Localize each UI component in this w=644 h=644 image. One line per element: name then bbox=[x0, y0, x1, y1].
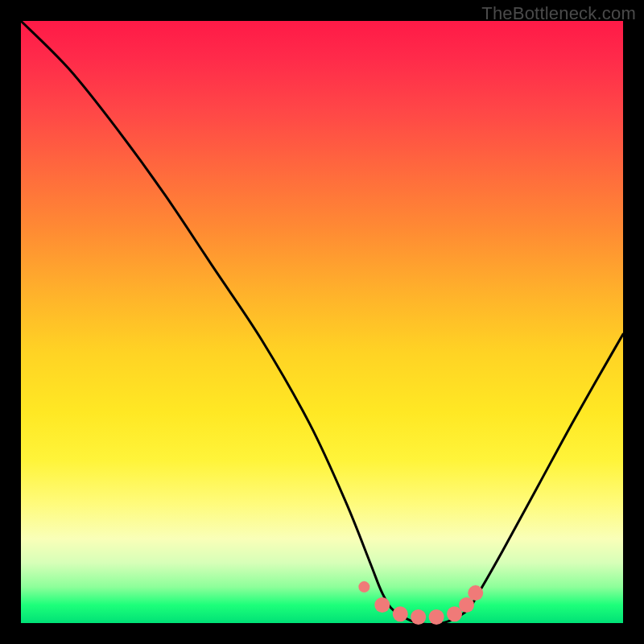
chart-frame: TheBottleneck.com bbox=[0, 0, 644, 644]
watermark-text: TheBottleneck.com bbox=[481, 3, 636, 24]
plot-area bbox=[21, 21, 623, 623]
curve-layer bbox=[21, 21, 623, 623]
optimal-marker bbox=[374, 597, 390, 613]
optimal-marker bbox=[468, 585, 483, 601]
optimal-range-markers bbox=[358, 581, 483, 625]
optimal-marker bbox=[358, 581, 369, 592]
optimal-marker bbox=[429, 609, 444, 625]
optimal-marker bbox=[411, 609, 426, 625]
optimal-marker bbox=[393, 606, 408, 621]
bottleneck-curve bbox=[21, 21, 623, 625]
